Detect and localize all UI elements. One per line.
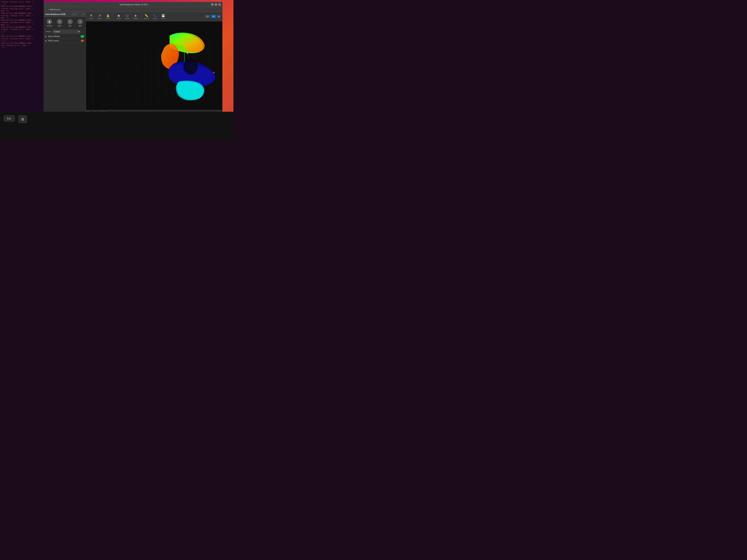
more-label: More [78,25,82,27]
action-buttons-row: ⏺ Record ↻ Sync ℹ Info ≡ More [44,17,86,29]
keyboard-area: Esc ⊞ [0,112,233,140]
terminal-line: transfer returned error, index: 7 [1,28,43,31]
terminal-line: r: 11 [1,3,43,5]
viewer-area: ⏸ Pause ↺ Reset 🔓 Unlock ◉ Source ⬡ [86,12,222,115]
record-button[interactable]: ⏺ Record [45,18,54,28]
terminal-line: r: 11 [1,31,43,33]
maximize-button[interactable]: □ [215,3,217,6]
texture-icon: ⬡ [126,14,128,17]
more-icon: ≡ [78,19,83,24]
close-button[interactable]: ✕ [218,3,221,6]
fn-key[interactable]: ⊞ [19,115,27,123]
rgb-camera-row[interactable]: ▶ RGB Camera off [44,38,86,43]
rgb-camera-label: RGB Camera [48,40,80,42]
measure-label: Measure [144,18,149,19]
preset-upload-icon[interactable]: ↑ [83,31,84,33]
sync-label: Sync [58,25,61,27]
terminal-line: 2/08 22:24:47,180 WARNING [2814 [1,26,43,28]
rgb-expand-icon: ▶ [45,40,47,42]
info-icon: ℹ [67,19,73,24]
toolbar-right: 2D 3D ⚙ [205,15,221,19]
unlock-icon: 🔓 [106,14,110,17]
sync-icon: ↻ [57,19,62,24]
pause-icon: ⏸ [90,14,93,17]
add-source-bar: + + Add Source [44,7,222,12]
view-3d-button[interactable]: 3D [211,15,216,18]
stereo-module-label: Stereo Module [48,35,80,37]
source-button[interactable]: ◉ Source [115,13,123,20]
terminal-line: transfer returned error, index: 7 [1,37,43,40]
texture-label: Texture [125,18,129,19]
viewport-3d[interactable] [86,21,222,110]
terminal-line: r: 11 [1,40,43,42]
preset-icons: ↓ ↑ [81,31,84,33]
terminal-line: transfer returned error, index: 7 [1,15,43,17]
info-label: Info [69,25,71,27]
add-source-label[interactable]: + Add Source [48,8,60,10]
reset-icon: ↺ [99,14,101,17]
terminal-line: transfer returned error, index: 7 [1,1,43,3]
terminal-line: transfer returned error, index: 7 [1,8,43,10]
cursor-indicator [186,51,188,54]
terminal-line: mber: 11 [1,17,43,19]
export-icon: 💾 [161,14,165,17]
info-button[interactable]: ℹ Info [65,18,75,28]
grid-svg [86,21,222,110]
route-icon: 🐾 [153,14,157,17]
shading-icon: ◈ [134,14,136,17]
device-close-button[interactable]: ✕ [82,13,84,16]
shading-label: Shading [133,18,138,19]
shading-button[interactable]: ◈ Shading [132,13,139,20]
left-panel: Intel RealSense D435 ⬡ 2.1 ✕ ⏺ Record ↻ … [44,12,86,115]
route-label: Route [153,18,157,19]
toolbar-sep-1 [113,13,113,20]
preset-label: Preset: [45,31,51,33]
export-button[interactable]: 💾 Export [159,13,167,20]
pause-button[interactable]: ⏸ Pause [87,13,95,20]
device-name: Intel RealSense D435 [45,13,66,15]
unlock-button[interactable]: 🔓 Unlock [104,13,112,20]
toolbar: ⏸ Pause ↺ Reset 🔓 Unlock ◉ Source ⬡ [86,12,222,21]
sync-button[interactable]: ↻ Sync [55,18,65,28]
svg-point-8 [185,60,198,75]
esc-key[interactable]: Esc [4,115,15,122]
terminal-window: transfer returned error, index: 7 r: 11 … [0,0,44,113]
stereo-toggle[interactable]: on [80,35,84,37]
measure-button[interactable]: 📏 Measure [143,13,150,20]
terminal-line: 2/08 22:24:46,016 WARNING [2814 [1,5,43,8]
add-source-icon: + [46,8,47,11]
terminal-line: mber: 11 [1,10,43,12]
unlock-label: Unlock [106,18,110,19]
title-bar: Intel RealSense Viewer v2.50.0 — □ ✕ [44,2,222,7]
reset-button[interactable]: ↺ Reset [96,13,103,20]
rgb-toggle[interactable]: off [80,39,84,42]
stereo-module-row[interactable]: ▶ Stereo Module on [44,34,86,38]
source-label: Source [117,18,121,19]
terminal-line: 2/08 22:24:47,127 WARNING [2814 [1,19,43,22]
export-label: Export [161,18,165,19]
preset-download-icon[interactable]: ↓ [81,31,83,33]
device-header: Intel RealSense D435 ⬡ 2.1 ✕ [44,12,86,17]
route-button[interactable]: 🐾 Route [151,13,159,20]
preset-select[interactable]: Custom Default High Accuracy Hand [52,30,80,33]
more-button[interactable]: ≡ More [76,18,85,28]
minimize-button[interactable]: — [211,3,213,6]
window-controls: — □ ✕ [211,3,221,6]
device-usb: ⬡ 2.1 [72,13,76,15]
source-icon: ◉ [118,14,120,17]
reset-label: Reset [98,18,102,19]
record-label: Record [47,25,52,27]
terminal-line: sfer returned error, index: 7 [1,44,43,47]
terminal-line: 2/08 22:24:47,283 WARNING [2814 [1,42,43,45]
preset-row: Preset: Custom Default High Accuracy Han… [44,29,86,34]
terminal-line: off [1,33,43,35]
texture-button[interactable]: ⬡ Texture [123,13,131,20]
settings-button[interactable]: ⚙ [217,15,221,19]
terminal-line: 2/08 22:24:46,068 WARNING [2814 [1,12,43,15]
stereo-expand-icon: ▶ [45,35,47,37]
pause-label: Pause [89,18,93,19]
app-window: Intel RealSense Viewer v2.50.0 — □ ✕ + +… [44,2,223,115]
measure-icon: 📏 [145,14,148,17]
view-2d-button[interactable]: 2D [205,15,210,18]
terminal-line: transfer returned error, index: 7 [1,21,43,24]
